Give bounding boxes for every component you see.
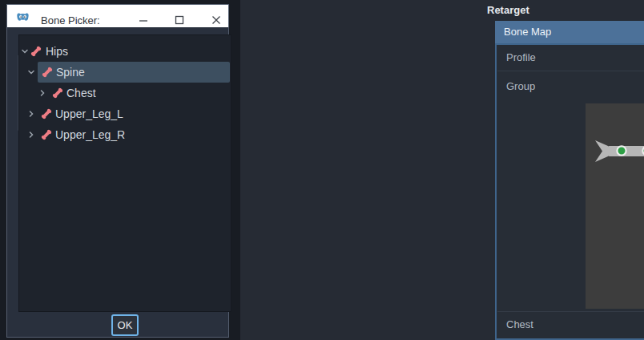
window-title: Bone Picker: <box>41 10 100 32</box>
retarget-panel: Retarget Bone Map BoneMap Profile Skelet… <box>240 0 644 340</box>
maximize-button[interactable] <box>170 10 189 30</box>
bone-icon <box>42 67 53 78</box>
titlebar[interactable]: Bone Picker: <box>7 5 228 27</box>
bone-picker-window: Hips Spine Chest Upper_Leg_L <box>6 4 229 338</box>
tree-item-spine[interactable]: Spine <box>19 62 231 83</box>
group-label: Group <box>506 74 535 99</box>
tree-item-label: Spine <box>56 62 85 83</box>
minimize-icon <box>138 14 149 26</box>
tree-item-label: Chest <box>66 83 96 103</box>
humanoid-figure <box>586 103 644 309</box>
section-label: Bone Map <box>504 26 551 38</box>
minimize-button[interactable] <box>134 10 153 30</box>
bone-icon <box>30 46 42 57</box>
tree-item-label: Upper_Leg_L <box>55 103 123 124</box>
close-icon <box>211 14 222 26</box>
bone-tree: Hips Spine Chest Upper_Leg_L <box>18 34 231 312</box>
tree-item-label: Hips <box>46 41 68 62</box>
tree-item-hips[interactable]: Hips <box>19 41 231 62</box>
bone-dots-layer <box>617 136 644 302</box>
bone-icon <box>41 108 52 119</box>
tree-item-label: Upper_Leg_R <box>55 124 125 145</box>
tree-item-upper-leg-r[interactable]: Upper_Leg_R <box>19 124 231 145</box>
row-divider <box>497 311 644 312</box>
tree-item-chest[interactable]: Chest <box>19 83 231 103</box>
chevron-right-icon[interactable] <box>27 131 35 139</box>
maximize-icon <box>174 14 185 26</box>
chevron-down-icon[interactable] <box>21 47 29 55</box>
chevron-right-icon[interactable] <box>27 110 35 118</box>
tree-item-upper-leg-l[interactable]: Upper_Leg_L <box>19 103 231 124</box>
profile-label: Profile <box>506 45 536 71</box>
ok-button[interactable]: OK <box>111 314 139 336</box>
bone-icon <box>52 87 63 99</box>
chevron-down-icon[interactable] <box>27 68 35 76</box>
close-button[interactable] <box>207 10 226 30</box>
chevron-right-icon[interactable] <box>38 89 46 97</box>
section-header-bone-map[interactable]: Bone Map <box>495 21 644 43</box>
bone-mapper <box>586 103 644 309</box>
godot-editor: Hips Spine Chest Upper_Leg_L <box>0 0 644 340</box>
bone-dot-green[interactable] <box>617 146 626 155</box>
godot-icon <box>16 10 30 23</box>
bone-label: Chest <box>506 314 533 335</box>
bone-icon <box>41 129 52 140</box>
ok-button-label: OK <box>118 319 133 331</box>
row-divider <box>497 71 644 71</box>
panel-title: Retarget <box>487 2 529 18</box>
body-silhouette <box>595 109 644 303</box>
